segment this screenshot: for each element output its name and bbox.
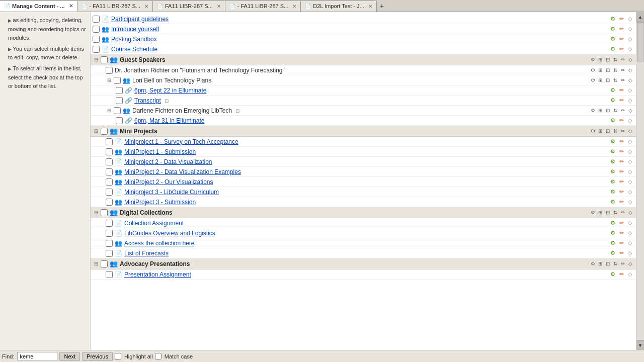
delete-icon-mp5[interactable]: ◇ bbox=[626, 178, 634, 186]
delete-icon-ed[interactable]: ◇ bbox=[626, 117, 634, 125]
edit-icon-mp2[interactable]: ✏ bbox=[617, 148, 625, 156]
publish-icon-course-schedule[interactable]: ⚙ bbox=[609, 45, 617, 53]
checkbox-transcript[interactable] bbox=[116, 97, 123, 104]
match-case-checkbox[interactable] bbox=[155, 353, 162, 359]
section-order-icon-mp[interactable]: ⇅ bbox=[612, 128, 619, 135]
edit-icon-mp3[interactable]: ✏ bbox=[617, 158, 625, 166]
pub-icon-mp3[interactable]: ⚙ bbox=[609, 158, 617, 166]
checkbox-dc1[interactable] bbox=[106, 220, 113, 227]
checkbox-elluminate-darlene[interactable] bbox=[116, 117, 123, 124]
scrollbar-track[interactable]: ▲ ▼ bbox=[636, 12, 644, 350]
pub-icon-mp2[interactable]: ⚙ bbox=[609, 148, 617, 156]
copy-icon-jr[interactable]: ⊞ bbox=[597, 67, 604, 74]
edit-icon-mp1[interactable]: ✏ bbox=[617, 138, 625, 146]
link-mp1[interactable]: Miniproject 1 - Survey on Tech Acceptanc… bbox=[124, 138, 238, 145]
pub-icon-mp4[interactable]: ⚙ bbox=[609, 168, 617, 176]
checkbox-digital-collections[interactable] bbox=[101, 209, 108, 216]
section-move-icon-dc[interactable]: ⊡ bbox=[604, 209, 611, 216]
link-dc4[interactable]: List of Forecasts bbox=[124, 250, 169, 257]
tab-d2l[interactable]: 📄 D2L Import Test - J... ✕ bbox=[301, 1, 376, 12]
edit-icon-ap1[interactable]: ✏ bbox=[617, 270, 625, 279]
edit-icon-df[interactable]: ✏ bbox=[619, 107, 626, 114]
delete-icon-dc1[interactable]: ◇ bbox=[626, 219, 634, 227]
publish-icon-posting-sandbox[interactable]: ⚙ bbox=[609, 35, 617, 43]
edit-icon-jr[interactable]: ✏ bbox=[619, 67, 626, 74]
pub-icon-df[interactable]: ⚙ bbox=[589, 107, 596, 114]
link-mp4[interactable]: MiniProject 2 - Data Visualization Examp… bbox=[124, 168, 241, 175]
edit-icon-mp4[interactable]: ✏ bbox=[617, 168, 625, 176]
edit-icon-dc2[interactable]: ✏ bbox=[617, 229, 625, 237]
collapse-advocacy-presentations[interactable]: ⊟ bbox=[93, 260, 100, 267]
collapse-mini-projects[interactable]: ⊟ bbox=[93, 128, 100, 135]
checkbox-dc4[interactable] bbox=[106, 250, 113, 257]
tab-close-d2l[interactable]: ✕ bbox=[368, 4, 372, 9]
section-delete-icon-dc[interactable]: ◇ bbox=[627, 209, 634, 216]
edit-icon-introduce-yourself[interactable]: ✏ bbox=[617, 25, 625, 33]
edit-icon-lb[interactable]: ✏ bbox=[619, 77, 626, 84]
previous-button[interactable]: Previous bbox=[82, 352, 113, 361]
pub-icon-mp6[interactable]: ⚙ bbox=[609, 188, 617, 196]
pub-icon-tr[interactable]: ⚙ bbox=[609, 97, 617, 105]
pub-icon-jr[interactable]: ⚙ bbox=[589, 67, 596, 74]
checkbox-elluminate-lori[interactable] bbox=[116, 87, 123, 94]
section-pub-icon-gs[interactable]: ⚙ bbox=[589, 56, 596, 63]
link-mp3[interactable]: Miniproject 2 - Data Visualization bbox=[124, 158, 212, 165]
section-pub-icon-ap[interactable]: ⚙ bbox=[589, 260, 596, 267]
link-mp5[interactable]: MiniProject 2 - Our Visualizations bbox=[124, 178, 213, 186]
section-delete-icon-ap[interactable]: ◇ bbox=[627, 260, 634, 267]
order-icon-df[interactable]: ⇅ bbox=[612, 107, 619, 114]
next-button[interactable]: Next bbox=[59, 352, 80, 361]
pub-icon-mp5[interactable]: ⚙ bbox=[609, 178, 617, 186]
delete-icon-ap1[interactable]: ◇ bbox=[626, 270, 634, 279]
checkbox-mp1[interactable] bbox=[106, 138, 113, 145]
checkbox-introduce-yourself[interactable] bbox=[93, 26, 100, 33]
highlight-all-checkbox[interactable] bbox=[115, 353, 121, 359]
link-elluminate-darlene[interactable]: 6pm, Mar 31 in Elluminate bbox=[134, 117, 204, 124]
tab-fa11-1[interactable]: 📄 - FA11 LIBR-287 S... ✕ bbox=[77, 1, 153, 12]
delete-icon-dc4[interactable]: ◇ bbox=[626, 249, 634, 257]
pub-icon-mp7[interactable]: ⚙ bbox=[609, 198, 617, 206]
checkbox-darlene-fichter[interactable] bbox=[114, 107, 121, 114]
checkbox-posting-sandbox[interactable] bbox=[93, 36, 100, 43]
pub-icon-ap1[interactable]: ⚙ bbox=[609, 270, 617, 279]
delete-icon-course-schedule[interactable]: ◇ bbox=[626, 45, 634, 53]
checkbox-mini-projects[interactable] bbox=[101, 128, 108, 135]
checkbox-dc3[interactable] bbox=[106, 240, 113, 247]
delete-icon-posting-sandbox[interactable]: ◇ bbox=[626, 35, 634, 43]
section-pub-icon-mp[interactable]: ⚙ bbox=[589, 128, 596, 135]
tab-close-fa11-3[interactable]: ✕ bbox=[292, 4, 296, 9]
edit-icon-mp6[interactable]: ✏ bbox=[617, 188, 625, 196]
delete-icon-jr[interactable]: ◇ bbox=[627, 67, 634, 74]
checkbox-guest-speakers[interactable] bbox=[101, 56, 108, 63]
edit-icon-dc4[interactable]: ✏ bbox=[617, 249, 625, 257]
checkbox-jonathan-richter[interactable] bbox=[106, 67, 113, 74]
edit-icon-el[interactable]: ✏ bbox=[617, 86, 625, 95]
pub-icon-el[interactable]: ⚙ bbox=[609, 86, 617, 95]
delete-icon-df[interactable]: ◇ bbox=[627, 107, 634, 114]
section-copy-icon-mp[interactable]: ⊞ bbox=[597, 128, 604, 135]
section-edit-icon-dc[interactable]: ✏ bbox=[619, 209, 626, 216]
checkbox-dc2[interactable] bbox=[106, 230, 113, 237]
edit-icon-ed[interactable]: ✏ bbox=[617, 117, 625, 125]
pub-icon-mp1[interactable]: ⚙ bbox=[609, 138, 617, 146]
link-introduce-yourself[interactable]: Introduce yourself bbox=[111, 26, 159, 33]
tab-close-manage[interactable]: ✕ bbox=[69, 3, 73, 9]
section-order-icon-ap[interactable]: ⇅ bbox=[612, 260, 619, 267]
link-mp7[interactable]: MiniProject 3 - Submission bbox=[124, 199, 196, 206]
delete-icon-dc3[interactable]: ◇ bbox=[626, 239, 634, 247]
edit-icon-posting-sandbox[interactable]: ✏ bbox=[617, 35, 625, 43]
checkbox-mp5[interactable] bbox=[106, 178, 113, 186]
publish-icon-participant-guidelines[interactable]: ⚙ bbox=[609, 15, 617, 23]
checkbox-mp7[interactable] bbox=[106, 199, 113, 206]
pub-icon-lb[interactable]: ⚙ bbox=[589, 77, 596, 84]
link-mp2[interactable]: MiniProject 1 - Submission bbox=[124, 148, 196, 155]
tab-fa11-2[interactable]: 📄 FA11 LIBR-287 S... ✕ bbox=[153, 1, 225, 12]
checkbox-mp2[interactable] bbox=[106, 148, 113, 155]
link-dc2[interactable]: LibGuides Overview and Logistics bbox=[124, 230, 215, 237]
collapse-guest-speakers[interactable]: ⊟ bbox=[93, 56, 100, 63]
edit-icon-mp5[interactable]: ✏ bbox=[617, 178, 625, 186]
section-move-icon-mp[interactable]: ⊡ bbox=[604, 128, 611, 135]
collapse-digital-collections[interactable]: ⊟ bbox=[93, 209, 100, 216]
new-tab-button[interactable]: + bbox=[377, 2, 387, 10]
edit-icon-tr[interactable]: ✏ bbox=[617, 97, 625, 105]
